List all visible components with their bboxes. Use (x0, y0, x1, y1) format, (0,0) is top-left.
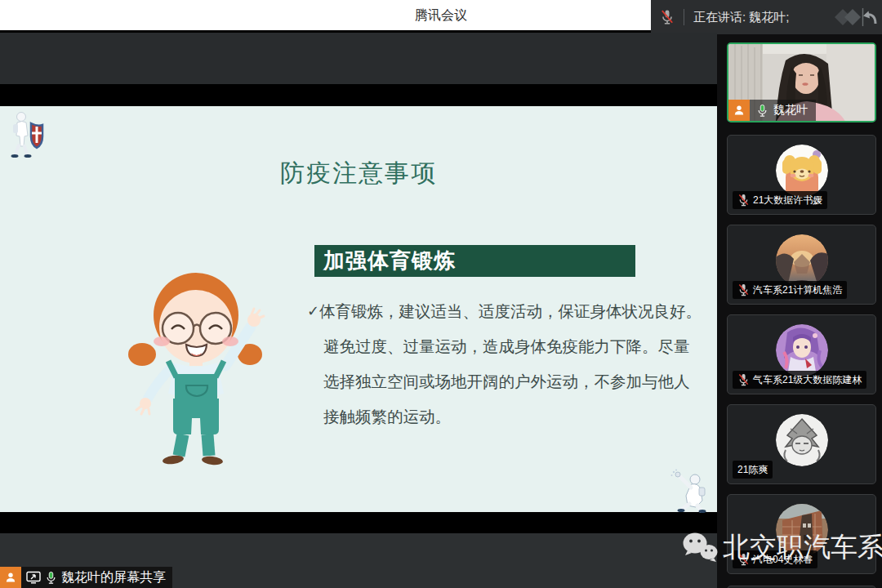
avatar-cartoon-bear (776, 145, 828, 197)
avatar-sketch-art (776, 414, 828, 466)
slide-body-line: ✓ 体育锻炼，建议适当、适度活动，保证身体状况良好。 (307, 294, 653, 329)
slide-title: 防疫注意事项 (280, 157, 437, 190)
video-tile[interactable]: 汽车系21计算机焦浩 (727, 225, 876, 305)
shared-slide: 防疫注意事项 加强体育锻炼 ✓ 体育锻炼，建议适当、适度活动，保证身体状况良好。… (0, 106, 717, 512)
video-tile[interactable]: 气车系21级大数据陈建林 (727, 314, 876, 394)
slide-body-line: 接触频繁的运动。 (307, 399, 653, 434)
window-corner-icons[interactable] (833, 5, 879, 29)
slide-body-text: 体育锻炼，建议适当、适度活动，保证身体状况良好。 (319, 294, 702, 329)
mic-on-icon (756, 104, 768, 118)
participant-name: 21陈爽 (737, 463, 768, 477)
participant-name: 气车系21级大数据陈建林 (753, 373, 862, 387)
disinfect-worker-illustration (668, 468, 714, 514)
speaker-name-strip: 魏花叶 (728, 100, 816, 121)
slide-body-line: 避免过度、过量运动，造成身体免疫能力下降。尽量 (307, 329, 653, 364)
video-tile[interactable]: 汽电04史林睿 (727, 494, 876, 574)
avatar-anime-art (776, 324, 828, 376)
slide-section-header: 加强体育锻炼 (314, 245, 635, 277)
video-tile-speaker[interactable]: 魏花叶 (727, 42, 876, 122)
mic-on-icon (45, 571, 57, 585)
divider (684, 9, 684, 25)
participant-name-strip: 21大数据许书媛 (733, 191, 827, 209)
app-title: 腾讯会议 (415, 0, 467, 30)
shield-guard-illustration (7, 109, 49, 159)
speaking-indicator-bar: 正在讲话: 魏花叶; (651, 0, 882, 34)
check-mark: ✓ (307, 294, 319, 329)
muted-mic-icon (737, 373, 750, 386)
muted-mic-icon (737, 553, 750, 566)
speaking-text: 正在讲话: 魏花叶; (693, 10, 833, 25)
cartoon-girl-illustration (121, 270, 276, 466)
participant-name: 汽电04史林睿 (753, 553, 813, 567)
avatar-building-photo (776, 504, 828, 556)
muted-mic-icon (737, 194, 750, 207)
shared-desktop-band-top (0, 33, 717, 84)
participant-name: 21大数据许书媛 (753, 194, 822, 207)
avatar-sunset-photo (776, 234, 828, 287)
participant-name-strip: 汽车系21计算机焦浩 (733, 281, 847, 299)
muted-mic-icon (651, 9, 684, 25)
video-tile[interactable]: 21陈爽 (727, 404, 876, 484)
member-badge-icon (728, 100, 750, 121)
participant-name-strip: 汽电04史林睿 (733, 550, 817, 568)
participant-name-strip: 气车系21级大数据陈建林 (733, 371, 866, 389)
screen-share-banner: 魏花叶的屏幕共享 (0, 567, 172, 588)
participant-sidebar: 魏花叶 (717, 34, 882, 588)
title-bar: 腾讯会议 (0, 0, 651, 30)
participant-name: 魏花叶 (773, 103, 808, 118)
meeting-window: 腾讯会议 正在讲话: 魏花叶; (0, 0, 882, 588)
screen-share-icon (26, 571, 41, 584)
slide-body: ✓ 体育锻炼，建议适当、适度活动，保证身体状况良好。 避免过度、过量运动，造成身… (307, 294, 653, 434)
participant-name-strip: 21陈爽 (733, 461, 773, 479)
participant-name: 汽车系21计算机焦浩 (753, 283, 842, 297)
muted-mic-icon (737, 283, 750, 296)
member-badge-icon (0, 567, 21, 588)
video-tile[interactable]: 21大数据许书媛 (727, 135, 876, 215)
slide-body-line: 选择独立空间或场地开阔的户外运动，不参加与他人 (307, 364, 653, 399)
share-banner-text: 魏花叶的屏幕共享 (61, 569, 166, 586)
